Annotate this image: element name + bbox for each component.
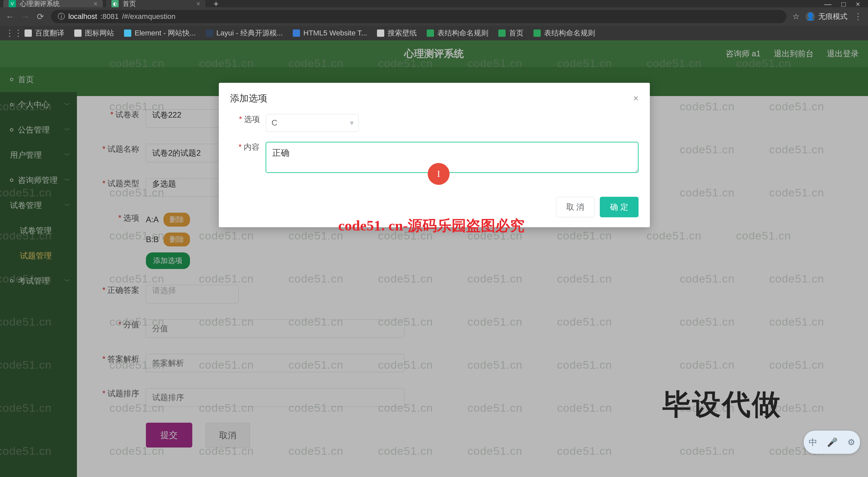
modal-ok-button[interactable]: 确 定 — [600, 197, 639, 217]
bookmark-icon — [74, 30, 82, 37]
bookmark-icon — [25, 30, 32, 37]
tab-favicon-icon: V — [9, 0, 16, 7]
bookmark-label: 表结构命名规则 — [437, 28, 488, 38]
reload-icon[interactable]: ⟳ — [36, 11, 45, 22]
promo-text: 毕设代做 — [662, 385, 782, 424]
bookmarks-bar: ⋮⋮ 百度翻译 图标网站 Element - 网站快... Layui - 经典… — [0, 26, 868, 40]
bookmark-item[interactable]: Layui - 经典开源模... — [206, 28, 283, 38]
forward-icon[interactable]: → — [21, 11, 30, 22]
modal-option-select[interactable]: C — [266, 114, 359, 132]
ime-settings-icon: ⚙ — [847, 437, 855, 447]
bookmark-item[interactable]: 表结构命名规则 — [533, 28, 595, 38]
browser-tab[interactable]: ◐ 首页 × — [106, 0, 206, 7]
browser-menu-icon[interactable]: ⋮ — [854, 11, 863, 22]
url-input[interactable]: ⓘ localhost:8081/#/examquestion — [51, 10, 786, 23]
ime-lang: 中 — [809, 437, 817, 448]
incognito-label: 无痕模式 — [818, 11, 847, 22]
tab-title: 心理测评系统 — [20, 0, 90, 8]
close-window-icon[interactable]: × — [856, 0, 860, 9]
bookmark-icon — [377, 30, 384, 37]
modal-cancel-button[interactable]: 取 消 — [556, 197, 595, 217]
add-option-modal: 添加选项 × 选项 C 内容 取 消 确 定 — [219, 83, 650, 227]
bookmark-item[interactable]: Element - 网站快... — [124, 28, 196, 38]
bookmark-item[interactable]: 百度翻译 — [25, 28, 64, 38]
apps-icon[interactable]: ⋮⋮ — [5, 28, 14, 38]
maximize-icon[interactable]: □ — [841, 0, 846, 9]
browser-chrome: V 心理测评系统 × ◐ 首页 × + — □ × ← → ⟳ ⓘ localh… — [0, 0, 868, 40]
url-path: /#/examquestion — [122, 12, 176, 21]
minimize-icon[interactable]: — — [824, 0, 832, 9]
bookmark-icon — [427, 30, 434, 37]
tab-title: 首页 — [123, 0, 192, 8]
bookmark-icon — [498, 30, 506, 37]
bookmark-item[interactable]: HTML5 Website T... — [293, 29, 367, 37]
bookmark-label: 首页 — [509, 28, 524, 38]
bookmark-icon — [533, 30, 541, 37]
tab-favicon-icon: ◐ — [112, 0, 119, 7]
new-tab-button[interactable]: + — [209, 0, 223, 9]
address-bar: ← → ⟳ ⓘ localhost:8081/#/examquestion ☆ … — [0, 7, 868, 26]
bookmark-icon — [206, 30, 213, 37]
bookmark-label: HTML5 Website T... — [303, 29, 367, 37]
back-icon[interactable]: ← — [5, 11, 14, 22]
modal-label-content: 内容 — [230, 142, 266, 152]
bookmark-label: 百度翻译 — [35, 28, 64, 38]
tab-close-icon[interactable]: × — [196, 0, 200, 8]
bookmark-item[interactable]: 首页 — [498, 28, 524, 38]
modal-header: 添加选项 × — [219, 83, 650, 111]
bookmark-icon — [124, 30, 131, 37]
url-port: :8081 — [100, 12, 119, 21]
bookmark-label: 图标网站 — [85, 28, 114, 38]
url-host: localhost — [68, 12, 97, 21]
bookmark-label: Element - 网站快... — [134, 28, 196, 38]
bookmark-icon — [293, 30, 300, 37]
bookmark-star-icon[interactable]: ☆ — [793, 12, 800, 21]
tab-bar: V 心理测评系统 × ◐ 首页 × + — □ × — [0, 0, 868, 7]
cursor-highlight-icon: I — [428, 163, 450, 185]
window-controls: — □ × — [816, 0, 868, 9]
bookmark-item[interactable]: 表结构命名规则 — [427, 28, 488, 38]
modal-title: 添加选项 — [230, 92, 267, 105]
site-info-icon[interactable]: ⓘ — [58, 11, 65, 22]
modal-content-input[interactable] — [266, 142, 639, 173]
incognito-indicator[interactable]: 👤 无痕模式 — [806, 11, 847, 22]
modal-label-option: 选项 — [230, 114, 266, 125]
ime-mic-icon: 🎤 — [827, 437, 837, 447]
browser-tab-active[interactable]: V 心理测评系统 × — [3, 0, 103, 7]
incognito-icon: 👤 — [806, 12, 815, 21]
ime-indicator[interactable]: 中🎤⚙ — [804, 431, 860, 454]
bookmark-item[interactable]: 图标网站 — [74, 28, 114, 38]
anti-theft-banner: code51. cn-源码乐园盗图必究 — [338, 216, 525, 236]
modal-close-icon[interactable]: × — [633, 93, 639, 104]
app-area: 心理测评系统 咨询师 a1 退出到前台 退出登录 首页 个人中心﹀ 公告管理﹀ … — [0, 40, 868, 477]
bookmark-label: 表结构命名规则 — [544, 28, 595, 38]
bookmark-item[interactable]: 搜索壁纸 — [377, 28, 417, 38]
bookmark-label: 搜索壁纸 — [388, 28, 417, 38]
bookmark-label: Layui - 经典开源模... — [217, 28, 283, 38]
tab-close-icon[interactable]: × — [93, 0, 97, 8]
